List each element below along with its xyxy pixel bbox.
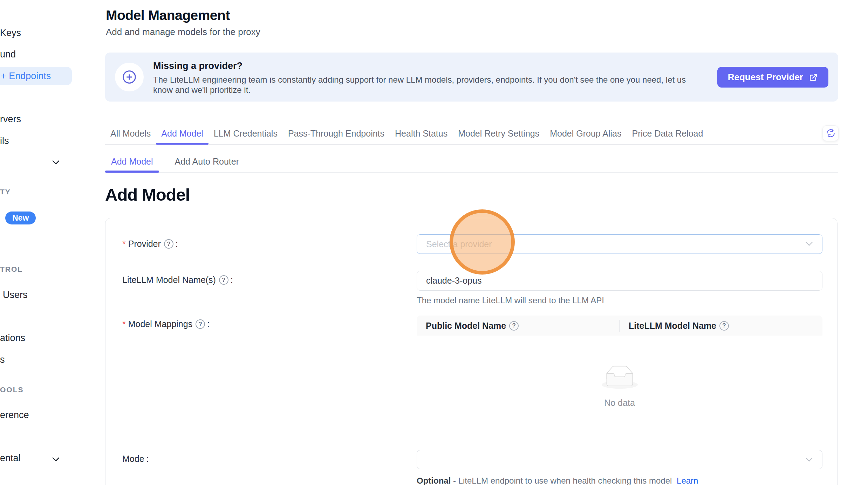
- missing-provider-banner: Missing a provider? The LiteLLM engineer…: [105, 53, 838, 102]
- provider-placeholder: Select a provider: [426, 239, 492, 249]
- add-model-subtabs: Add Model Add Auto Router: [105, 151, 838, 173]
- sidebar-item-experimental[interactable]: ental: [0, 452, 21, 464]
- mode-helper: Optional - LiteLLM endpoint to use when …: [417, 476, 698, 485]
- banner-title: Missing a provider?: [153, 61, 242, 71]
- provider-label: * Provider :: [122, 239, 178, 249]
- model-management-tabs: All Models Add Model LLM Credentials Pas…: [105, 123, 838, 145]
- chevron-down-icon[interactable]: [53, 455, 60, 462]
- learn-more-link[interactable]: Learn: [677, 476, 698, 485]
- help-icon[interactable]: [196, 319, 205, 329]
- model-name-label: LiteLLM Model Name(s) :: [122, 275, 233, 285]
- sidebar-item-teams[interactable]: s: [0, 354, 5, 365]
- sidebar: Keys und + Endpoints rvers ils TY New TR…: [0, 0, 84, 485]
- sidebar-section-control: TROL: [0, 265, 23, 273]
- page-subtitle: Add and manage models for the proxy: [106, 27, 260, 37]
- model-mappings-label: * Model Mappings :: [122, 319, 210, 329]
- column-public-model-name: Public Model Name: [417, 316, 620, 336]
- request-provider-button[interactable]: Request Provider: [717, 67, 828, 88]
- external-link-icon: [809, 73, 818, 82]
- sidebar-section-label: TY: [0, 188, 11, 196]
- help-icon[interactable]: [509, 321, 519, 331]
- chevron-down-icon: [807, 240, 812, 245]
- new-badge: New: [5, 212, 36, 224]
- table-header: Public Model Name LiteLLM Model Name: [417, 316, 822, 336]
- tab-add-model[interactable]: Add Model: [156, 123, 209, 144]
- sidebar-item-keys[interactable]: Keys: [0, 27, 21, 39]
- add-model-heading: Add Model: [105, 185, 190, 205]
- tab-llm-credentials[interactable]: LLM Credentials: [209, 123, 283, 144]
- required-marker: *: [122, 319, 126, 329]
- tab-health-status[interactable]: Health Status: [390, 123, 453, 144]
- sidebar-item-servers[interactable]: rvers: [0, 113, 21, 125]
- subtab-add-auto-router[interactable]: Add Auto Router: [169, 151, 245, 172]
- mode-label: Mode :: [122, 454, 149, 464]
- chevron-down-icon[interactable]: [53, 158, 60, 165]
- sidebar-item-playground[interactable]: und: [0, 49, 16, 60]
- table-empty-body: No data: [417, 336, 822, 431]
- request-provider-label: Request Provider: [728, 72, 803, 83]
- sidebar-item-label: + Endpoints: [1, 67, 51, 85]
- column-litellm-model-name: LiteLLM Model Name: [620, 316, 822, 336]
- model-name-helper: The model name LiteLLM will send to the …: [417, 296, 604, 305]
- no-data-text: No data: [417, 398, 822, 408]
- help-icon[interactable]: [219, 275, 228, 285]
- sidebar-item-organizations[interactable]: ations: [0, 332, 25, 344]
- sidebar-section-tools: OOLS: [0, 386, 24, 394]
- help-icon[interactable]: [164, 239, 173, 249]
- model-mappings-table: Public Model Name LiteLLM Model Name: [417, 316, 822, 431]
- tab-all-models[interactable]: All Models: [105, 123, 156, 144]
- chevron-down-icon: [807, 456, 812, 461]
- sidebar-item-reference[interactable]: erence: [0, 409, 29, 421]
- refresh-icon: [826, 129, 835, 138]
- main-content: Model Management Add and manage models f…: [105, 0, 838, 485]
- tab-model-retry-settings[interactable]: Model Retry Settings: [453, 123, 545, 144]
- subtab-add-model[interactable]: Add Model: [105, 151, 159, 172]
- page-title: Model Management: [106, 8, 230, 23]
- mode-select[interactable]: [417, 450, 822, 469]
- sidebar-item-users[interactable]: Users: [3, 289, 28, 300]
- tab-pass-through-endpoints[interactable]: Pass-Through Endpoints: [283, 123, 390, 144]
- sidebar-item-rails[interactable]: ils: [0, 135, 9, 146]
- add-model-form-card: * Provider : Select a provider LiteLLM M…: [105, 218, 838, 485]
- required-marker: *: [122, 239, 126, 249]
- tab-model-group-alias[interactable]: Model Group Alias: [545, 123, 627, 144]
- refresh-button[interactable]: [822, 125, 839, 141]
- provider-select[interactable]: Select a provider: [417, 234, 822, 254]
- model-name-input[interactable]: [417, 271, 822, 291]
- empty-state: No data: [417, 366, 822, 408]
- banner-body: The LiteLLM engineering team is constant…: [153, 75, 700, 95]
- empty-box-icon: [602, 366, 638, 389]
- tab-price-data-reload[interactable]: Price Data Reload: [627, 123, 708, 144]
- plus-circle-icon: [115, 63, 144, 91]
- sidebar-item-models-endpoints[interactable]: + Endpoints: [0, 67, 72, 85]
- help-icon[interactable]: [719, 321, 729, 331]
